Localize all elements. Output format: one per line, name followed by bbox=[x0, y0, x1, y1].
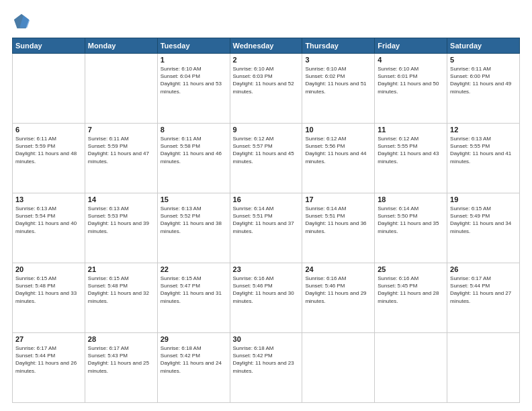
day-number: 19 bbox=[450, 195, 517, 203]
calendar-header-sunday: Sunday bbox=[13, 38, 85, 54]
day-number: 1 bbox=[161, 56, 227, 64]
week-row-1: 1Sunrise: 6:10 AMSunset: 6:04 PMDaylight… bbox=[13, 54, 520, 124]
page: SundayMondayTuesdayWednesdayThursdayFrid… bbox=[0, 0, 532, 411]
day-info: Sunrise: 6:13 AMSunset: 5:54 PMDaylight:… bbox=[15, 205, 82, 235]
calendar-table: SundayMondayTuesdayWednesdayThursdayFrid… bbox=[12, 38, 520, 403]
day-number: 10 bbox=[305, 126, 371, 134]
header bbox=[12, 12, 520, 31]
calendar-header-thursday: Thursday bbox=[302, 38, 375, 54]
calendar-cell: 4Sunrise: 6:10 AMSunset: 6:01 PMDaylight… bbox=[375, 54, 447, 124]
week-row-4: 20Sunrise: 6:15 AMSunset: 5:48 PMDayligh… bbox=[13, 263, 520, 333]
day-number: 14 bbox=[88, 195, 154, 203]
calendar-cell: 16Sunrise: 6:14 AMSunset: 5:51 PMDayligh… bbox=[230, 193, 302, 263]
calendar-cell: 23Sunrise: 6:16 AMSunset: 5:46 PMDayligh… bbox=[230, 263, 302, 333]
calendar-cell: 10Sunrise: 6:12 AMSunset: 5:56 PMDayligh… bbox=[302, 124, 375, 193]
calendar-header-friday: Friday bbox=[375, 38, 447, 54]
calendar-cell bbox=[13, 54, 85, 124]
calendar-cell: 19Sunrise: 6:15 AMSunset: 5:49 PMDayligh… bbox=[447, 193, 520, 263]
calendar-cell: 27Sunrise: 6:17 AMSunset: 5:44 PMDayligh… bbox=[13, 333, 85, 403]
calendar-cell: 9Sunrise: 6:12 AMSunset: 5:57 PMDaylight… bbox=[230, 124, 302, 193]
day-info: Sunrise: 6:10 AMSunset: 6:04 PMDaylight:… bbox=[161, 65, 227, 95]
calendar-header-saturday: Saturday bbox=[447, 38, 520, 54]
day-info: Sunrise: 6:17 AMSunset: 5:43 PMDaylight:… bbox=[88, 345, 154, 375]
day-info: Sunrise: 6:16 AMSunset: 5:46 PMDaylight:… bbox=[233, 275, 300, 305]
calendar-cell: 5Sunrise: 6:11 AMSunset: 6:00 PMDaylight… bbox=[447, 54, 520, 124]
calendar-cell: 2Sunrise: 6:10 AMSunset: 6:03 PMDaylight… bbox=[230, 54, 302, 124]
day-info: Sunrise: 6:11 AMSunset: 5:58 PMDaylight:… bbox=[161, 135, 227, 165]
day-info: Sunrise: 6:15 AMSunset: 5:48 PMDaylight:… bbox=[15, 275, 82, 305]
day-number: 18 bbox=[378, 195, 444, 203]
calendar-cell: 18Sunrise: 6:14 AMSunset: 5:50 PMDayligh… bbox=[375, 193, 447, 263]
day-number: 24 bbox=[305, 265, 371, 273]
day-info: Sunrise: 6:14 AMSunset: 5:51 PMDaylight:… bbox=[305, 205, 371, 235]
day-info: Sunrise: 6:16 AMSunset: 5:45 PMDaylight:… bbox=[378, 275, 444, 305]
day-info: Sunrise: 6:15 AMSunset: 5:48 PMDaylight:… bbox=[88, 275, 154, 305]
day-info: Sunrise: 6:10 AMSunset: 6:02 PMDaylight:… bbox=[305, 65, 371, 95]
day-info: Sunrise: 6:17 AMSunset: 5:44 PMDaylight:… bbox=[15, 345, 82, 375]
calendar-cell: 6Sunrise: 6:11 AMSunset: 5:59 PMDaylight… bbox=[13, 124, 85, 193]
day-number: 8 bbox=[161, 126, 227, 134]
day-number: 6 bbox=[15, 126, 82, 134]
calendar-cell bbox=[447, 333, 520, 403]
day-number: 3 bbox=[305, 56, 371, 64]
calendar-cell: 1Sunrise: 6:10 AMSunset: 6:04 PMDaylight… bbox=[157, 54, 230, 124]
day-number: 7 bbox=[88, 126, 154, 134]
week-row-5: 27Sunrise: 6:17 AMSunset: 5:44 PMDayligh… bbox=[13, 333, 520, 403]
day-number: 13 bbox=[15, 195, 82, 203]
calendar-cell: 17Sunrise: 6:14 AMSunset: 5:51 PMDayligh… bbox=[302, 193, 375, 263]
day-number: 5 bbox=[450, 56, 517, 64]
day-number: 4 bbox=[378, 56, 444, 64]
day-info: Sunrise: 6:15 AMSunset: 5:49 PMDaylight:… bbox=[450, 205, 517, 235]
day-info: Sunrise: 6:18 AMSunset: 5:42 PMDaylight:… bbox=[161, 345, 227, 375]
day-info: Sunrise: 6:13 AMSunset: 5:52 PMDaylight:… bbox=[161, 205, 227, 235]
day-number: 29 bbox=[161, 335, 227, 343]
day-info: Sunrise: 6:10 AMSunset: 6:03 PMDaylight:… bbox=[233, 65, 300, 95]
day-number: 30 bbox=[233, 335, 300, 343]
day-info: Sunrise: 6:17 AMSunset: 5:44 PMDaylight:… bbox=[450, 275, 517, 305]
day-number: 12 bbox=[450, 126, 517, 134]
calendar-cell bbox=[375, 333, 447, 403]
week-row-2: 6Sunrise: 6:11 AMSunset: 5:59 PMDaylight… bbox=[13, 124, 520, 193]
day-number: 20 bbox=[15, 265, 82, 273]
calendar-cell: 20Sunrise: 6:15 AMSunset: 5:48 PMDayligh… bbox=[13, 263, 85, 333]
calendar-cell: 21Sunrise: 6:15 AMSunset: 5:48 PMDayligh… bbox=[85, 263, 157, 333]
calendar-cell: 7Sunrise: 6:11 AMSunset: 5:59 PMDaylight… bbox=[85, 124, 157, 193]
calendar-cell: 24Sunrise: 6:16 AMSunset: 5:46 PMDayligh… bbox=[302, 263, 375, 333]
logo-icon bbox=[12, 12, 31, 31]
day-info: Sunrise: 6:16 AMSunset: 5:46 PMDaylight:… bbox=[305, 275, 371, 305]
day-info: Sunrise: 6:14 AMSunset: 5:50 PMDaylight:… bbox=[378, 205, 444, 235]
calendar-cell: 3Sunrise: 6:10 AMSunset: 6:02 PMDaylight… bbox=[302, 54, 375, 124]
day-number: 16 bbox=[233, 195, 300, 203]
day-number: 26 bbox=[450, 265, 517, 273]
calendar-cell: 8Sunrise: 6:11 AMSunset: 5:58 PMDaylight… bbox=[157, 124, 230, 193]
calendar-cell: 29Sunrise: 6:18 AMSunset: 5:42 PMDayligh… bbox=[157, 333, 230, 403]
day-number: 23 bbox=[233, 265, 300, 273]
day-number: 22 bbox=[161, 265, 227, 273]
calendar-cell: 30Sunrise: 6:18 AMSunset: 5:42 PMDayligh… bbox=[230, 333, 302, 403]
calendar-header-monday: Monday bbox=[85, 38, 157, 54]
day-info: Sunrise: 6:12 AMSunset: 5:55 PMDaylight:… bbox=[378, 135, 444, 165]
day-number: 15 bbox=[161, 195, 227, 203]
calendar-cell: 26Sunrise: 6:17 AMSunset: 5:44 PMDayligh… bbox=[447, 263, 520, 333]
day-number: 28 bbox=[88, 335, 154, 343]
calendar-header-tuesday: Tuesday bbox=[157, 38, 230, 54]
calendar-header-wednesday: Wednesday bbox=[230, 38, 302, 54]
day-info: Sunrise: 6:11 AMSunset: 6:00 PMDaylight:… bbox=[450, 65, 517, 95]
day-number: 27 bbox=[15, 335, 82, 343]
day-info: Sunrise: 6:11 AMSunset: 5:59 PMDaylight:… bbox=[15, 135, 82, 165]
calendar-cell: 25Sunrise: 6:16 AMSunset: 5:45 PMDayligh… bbox=[375, 263, 447, 333]
day-number: 9 bbox=[233, 126, 300, 134]
calendar-cell: 12Sunrise: 6:13 AMSunset: 5:55 PMDayligh… bbox=[447, 124, 520, 193]
day-info: Sunrise: 6:13 AMSunset: 5:55 PMDaylight:… bbox=[450, 135, 517, 165]
day-info: Sunrise: 6:12 AMSunset: 5:57 PMDaylight:… bbox=[233, 135, 300, 165]
day-info: Sunrise: 6:18 AMSunset: 5:42 PMDaylight:… bbox=[233, 345, 300, 375]
day-info: Sunrise: 6:14 AMSunset: 5:51 PMDaylight:… bbox=[233, 205, 300, 235]
day-info: Sunrise: 6:12 AMSunset: 5:56 PMDaylight:… bbox=[305, 135, 371, 165]
week-row-3: 13Sunrise: 6:13 AMSunset: 5:54 PMDayligh… bbox=[13, 193, 520, 263]
day-info: Sunrise: 6:10 AMSunset: 6:01 PMDaylight:… bbox=[378, 65, 444, 95]
day-info: Sunrise: 6:11 AMSunset: 5:59 PMDaylight:… bbox=[88, 135, 154, 165]
calendar-cell: 13Sunrise: 6:13 AMSunset: 5:54 PMDayligh… bbox=[13, 193, 85, 263]
calendar-cell: 14Sunrise: 6:13 AMSunset: 5:53 PMDayligh… bbox=[85, 193, 157, 263]
calendar-cell: 28Sunrise: 6:17 AMSunset: 5:43 PMDayligh… bbox=[85, 333, 157, 403]
day-number: 25 bbox=[378, 265, 444, 273]
